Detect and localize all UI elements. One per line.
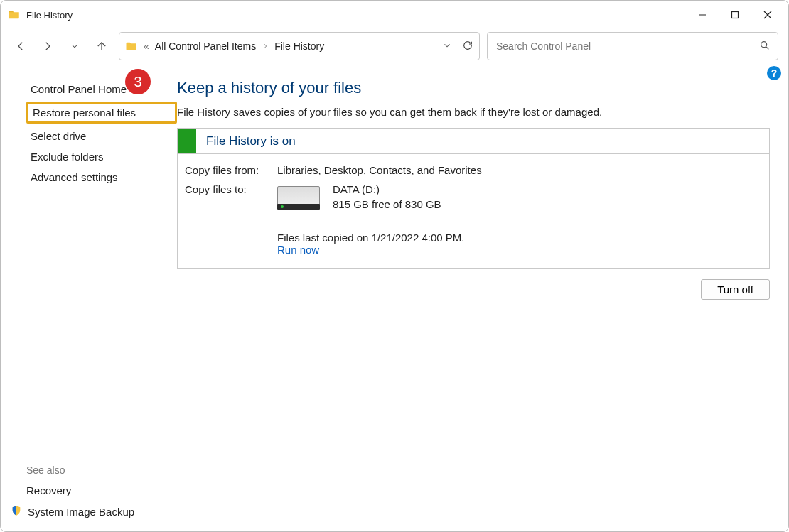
status-title: File History is on — [196, 134, 296, 148]
recent-locations-button[interactable] — [65, 36, 85, 56]
up-button[interactable] — [92, 36, 112, 56]
copy-from-value: Libraries, Desktop, Contacts, and Favori… — [277, 164, 762, 176]
refresh-button[interactable] — [462, 40, 473, 53]
page-subtitle: File History saves copies of your files … — [177, 106, 770, 118]
destination-free-space: 815 GB free of 830 GB — [333, 198, 441, 210]
close-button[interactable] — [751, 4, 784, 26]
status-header: File History is on — [178, 129, 769, 154]
sidebar-restore-personal-files[interactable]: Restore personal files — [26, 102, 177, 124]
sidebar-system-image-backup[interactable]: System Image Backup — [28, 506, 134, 518]
help-icon[interactable]: ? — [767, 66, 781, 80]
body: 3 Control Panel Home Restore personal fi… — [1, 63, 788, 531]
window-title: File History — [26, 10, 73, 21]
see-also-heading: See also — [26, 465, 177, 480]
sidebar-exclude-folders[interactable]: Exclude folders — [26, 146, 177, 167]
svg-rect-1 — [732, 12, 739, 18]
copy-from-label: Copy files from: — [185, 164, 272, 176]
annotation-step-badge: 3 — [125, 69, 151, 94]
destination-name: DATA (D:) — [333, 183, 441, 195]
breadcrumb-file-history[interactable]: File History — [274, 40, 324, 52]
minimize-button[interactable] — [686, 4, 719, 26]
drive-icon — [277, 186, 320, 206]
window-frame: File History « All Contro — [0, 0, 789, 532]
sidebar-select-drive[interactable]: Select drive — [26, 126, 177, 146]
search-box[interactable] — [487, 32, 778, 60]
sidebar-recovery[interactable]: Recovery — [26, 484, 71, 496]
shield-icon — [11, 505, 22, 519]
svg-line-6 — [766, 47, 768, 49]
app-folder-icon — [8, 9, 21, 21]
search-input[interactable] — [495, 40, 753, 53]
main-content: ? Keep a history of your files File Hist… — [177, 63, 788, 531]
copy-to-label: Copy files to: — [185, 183, 272, 210]
status-panel: File History is on Copy files from: Libr… — [177, 128, 770, 269]
status-indicator-on — [178, 129, 196, 153]
back-button[interactable] — [11, 36, 31, 56]
titlebar: File History — [1, 1, 788, 29]
maximize-button[interactable] — [719, 4, 751, 26]
breadcrumb-all-items[interactable]: All Control Panel Items — [155, 40, 256, 52]
svg-point-5 — [761, 41, 767, 47]
turn-off-button[interactable]: Turn off — [701, 279, 770, 300]
sidebar-advanced-settings[interactable]: Advanced settings — [26, 167, 177, 188]
sidebar-control-panel-home[interactable]: Control Panel Home — [26, 79, 177, 99]
page-title: Keep a history of your files — [177, 79, 770, 97]
address-dropdown-button[interactable] — [442, 40, 452, 53]
run-now-link[interactable]: Run now — [277, 244, 319, 256]
address-folder-icon — [125, 40, 138, 53]
forward-button[interactable] — [38, 36, 58, 56]
last-copied-text: Files last copied on 1/21/2022 4:00 PM. — [277, 232, 762, 244]
breadcrumb-chevron-icon — [262, 40, 269, 52]
address-bar[interactable]: « All Control Panel Items File History — [119, 32, 480, 60]
sidebar: 3 Control Panel Home Restore personal fi… — [1, 63, 177, 531]
nav-row: « All Control Panel Items File History — [1, 29, 788, 63]
search-icon[interactable] — [759, 40, 771, 53]
breadcrumb-overflow[interactable]: « — [144, 40, 149, 52]
